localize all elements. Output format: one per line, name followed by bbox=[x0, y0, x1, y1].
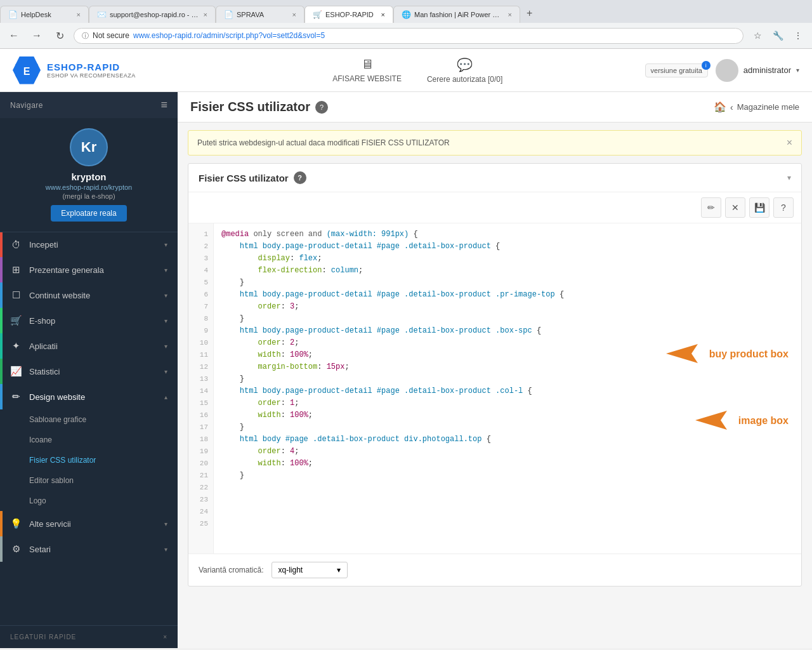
page-help-icon[interactable]: ? bbox=[315, 101, 328, 114]
user-url[interactable]: www.eshop-rapid.ro/krypton bbox=[46, 183, 132, 191]
tab-helpdesk-close[interactable]: × bbox=[77, 11, 81, 18]
extensions-button[interactable]: 🔧 bbox=[769, 27, 787, 44]
line-numbers: 1 2 3 4 5 6 7 8 9 10 11 12 13 bbox=[188, 223, 214, 554]
code-line-24: } bbox=[221, 470, 794, 482]
tab-email[interactable]: ✉️ support@eshop-rapid.ro - M... × bbox=[89, 6, 216, 23]
code-line-2: html body.page-product-detail #page .det… bbox=[221, 241, 794, 253]
sidebar-item-aplicatii[interactable]: ✦ Aplicatii ▾ bbox=[0, 333, 178, 359]
admin-section[interactable]: administrator ▾ bbox=[716, 59, 799, 82]
line-num-15: 15 bbox=[188, 397, 213, 409]
logo-text: ESHOP-RAPID ESHOP VA RECOMPENSEAZA bbox=[47, 62, 136, 79]
code-line-6: html body.page-product-detail #page .det… bbox=[221, 289, 794, 301]
annotation-buy-product: buy product box bbox=[653, 338, 789, 369]
sub-fisier-css[interactable]: Fisier CSS utilizator bbox=[29, 450, 178, 470]
warning-close-button[interactable]: × bbox=[787, 137, 792, 149]
line-num-24: 24 bbox=[188, 506, 213, 518]
line-num-21: 21 bbox=[188, 470, 213, 482]
tab-sprava[interactable]: 📄 SPRAVA × bbox=[216, 6, 304, 23]
app-wrapper: E ESHOP-RAPID ESHOP VA RECOMPENSEAZA 🖥 A… bbox=[0, 49, 812, 648]
sidebar-item-setari[interactable]: ⚙ Setari ▾ bbox=[0, 536, 178, 562]
editor-panel-help-icon[interactable]: ? bbox=[294, 171, 306, 184]
tab-eshop-close[interactable]: × bbox=[381, 11, 385, 18]
warning-text: Puteti strica webdesign-ul actual daca m… bbox=[197, 138, 450, 147]
aplicatii-label: Aplicatii bbox=[29, 342, 157, 351]
nav-cerere[interactable]: 💬 Cerere autorizata [0/0] bbox=[427, 57, 502, 84]
variant-select[interactable]: xq-light ▾ bbox=[272, 562, 348, 578]
sidebar-item-alte[interactable]: 💡 Alte servicii ▾ bbox=[0, 511, 178, 536]
code-editor-scroll[interactable]: 1 2 3 4 5 6 7 8 9 10 11 12 13 bbox=[188, 223, 801, 554]
forward-button[interactable]: → bbox=[28, 27, 46, 44]
setari-arrow: ▾ bbox=[164, 546, 167, 553]
security-icon: ⓘ bbox=[82, 31, 89, 41]
sub-icoane[interactable]: Icoane bbox=[29, 430, 178, 450]
panel-collapse-icon[interactable]: ▾ bbox=[787, 173, 791, 182]
variant-value: xq-light bbox=[278, 566, 303, 574]
color-bar-statistici bbox=[0, 359, 3, 384]
expand-button[interactable]: ✕ bbox=[725, 197, 745, 218]
line-num-17: 17 bbox=[188, 421, 213, 434]
warning-banner: Puteti strica webdesign-ul actual daca m… bbox=[188, 130, 802, 156]
aplicatii-arrow: ▾ bbox=[164, 343, 167, 350]
sidebar-nav-label: Navigare bbox=[10, 101, 43, 110]
sidebar-item-incepeti[interactable]: ⏱ Incepeti ▾ bbox=[0, 232, 178, 257]
user-initials: Kr bbox=[81, 139, 96, 156]
tab-sprava-icon: 📄 bbox=[224, 10, 233, 19]
exploatare-button[interactable]: Exploatare reala bbox=[51, 205, 126, 222]
tab-email-close[interactable]: × bbox=[204, 11, 207, 18]
code-line-5: } bbox=[221, 277, 794, 289]
admin-name: administrator bbox=[743, 65, 791, 75]
refresh-button[interactable]: ↻ bbox=[51, 27, 69, 44]
nav-website[interactable]: 🖥 AFISARE WEBSITE bbox=[332, 57, 402, 83]
address-bar[interactable]: ⓘ Not secure www.eshop-rapid.ro/admin/sc… bbox=[74, 28, 743, 44]
breadcrumb-home-icon[interactable]: 🏠 bbox=[714, 101, 726, 113]
line-num-6: 6 bbox=[188, 289, 213, 301]
code-line-10: html body.page-product-detail #page .det… bbox=[221, 325, 794, 337]
new-tab-button[interactable]: + bbox=[520, 4, 539, 23]
legaturi-rapide-label: LEGATURI RAPIDE bbox=[10, 633, 76, 640]
line-num-4: 4 bbox=[188, 265, 213, 277]
back-button[interactable]: ← bbox=[5, 27, 23, 44]
legaturi-close-icon[interactable]: × bbox=[163, 633, 167, 640]
page-title: Fisier CSS utilizator bbox=[190, 100, 310, 114]
user-goto[interactable]: (mergi la e-shop) bbox=[62, 192, 115, 200]
menu-button[interactable]: ⋮ bbox=[789, 27, 807, 44]
image-box-annotation-text: image box bbox=[738, 415, 789, 427]
version-label: versiune gratuita bbox=[651, 67, 702, 74]
sub-logo[interactable]: Logo bbox=[29, 491, 178, 511]
tab-eshop[interactable]: 🛒 ESHOP-RAPID × bbox=[304, 6, 393, 23]
sub-editor[interactable]: Editor sablon bbox=[29, 470, 178, 491]
tab-helpdesk[interactable]: 📄 HelpDesk × bbox=[0, 6, 89, 23]
logo-title: ESHOP-RAPID bbox=[47, 62, 136, 72]
line-num-14: 14 bbox=[188, 385, 213, 397]
url-text: www.eshop-rapid.ro/admin/script.php?vol=… bbox=[133, 31, 325, 40]
aplicatii-icon: ✦ bbox=[10, 340, 22, 352]
sidebar-item-design[interactable]: ✏ Design website ▴ bbox=[0, 384, 178, 409]
annotation-image-box: image box bbox=[683, 404, 789, 436]
tab-manfashion-close[interactable]: × bbox=[508, 11, 512, 18]
sub-sabloane[interactable]: Sabloane grafice bbox=[29, 409, 178, 430]
prezentare-label: Prezentare generala bbox=[29, 265, 157, 275]
sidebar-item-prezentare[interactable]: ⊞ Prezentare generala ▾ bbox=[0, 257, 178, 282]
svg-text:E: E bbox=[23, 66, 30, 77]
color-bar-setari bbox=[0, 536, 3, 562]
edit-pencil-button[interactable]: ✏ bbox=[701, 197, 721, 218]
help-button[interactable]: ? bbox=[773, 197, 794, 218]
line-num-16: 16 bbox=[188, 409, 213, 421]
main-layout: Navigare ≡ Kr krypton www.eshop-rapid.ro… bbox=[0, 92, 812, 648]
design-submenu: Sabloane grafice Icoane Fisier CSS utili… bbox=[0, 409, 178, 511]
line-num-2: 2 bbox=[188, 241, 213, 253]
continut-label: Continut website bbox=[29, 291, 157, 300]
tab-sprava-close[interactable]: × bbox=[292, 11, 296, 18]
tab-manfashion[interactable]: 🌐 Man fashion | AiR Power Sh... × bbox=[393, 6, 520, 23]
eshop-label: E-shop bbox=[29, 316, 157, 326]
save-button[interactable]: 💾 bbox=[749, 197, 769, 218]
sidebar-item-eshop[interactable]: 🛒 E-shop ▾ bbox=[0, 308, 178, 333]
nav-website-label: AFISARE WEBSITE bbox=[332, 74, 402, 83]
breadcrumb-link[interactable]: Magazinele mele bbox=[737, 102, 799, 112]
line-num-7: 7 bbox=[188, 301, 213, 313]
hamburger-icon[interactable]: ≡ bbox=[160, 98, 167, 112]
sidebar-item-continut[interactable]: ☐ Continut website ▾ bbox=[0, 282, 178, 308]
bookmark-button[interactable]: ☆ bbox=[749, 27, 766, 44]
code-content[interactable]: @media only screen and (max-width: 991px… bbox=[214, 223, 801, 554]
sidebar-item-statistici[interactable]: 📈 Statistici ▾ bbox=[0, 359, 178, 384]
